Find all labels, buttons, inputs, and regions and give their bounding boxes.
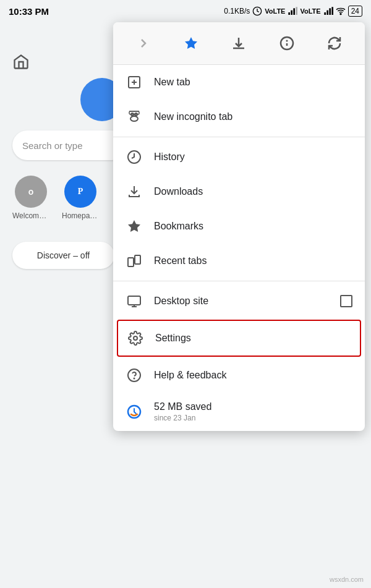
help-icon	[126, 367, 143, 384]
data-saver-icon	[126, 403, 143, 420]
data-saved-label: 52 MB saved	[154, 401, 211, 412]
svg-marker-10	[185, 37, 197, 49]
svg-rect-3	[294, 8, 296, 15]
shortcut-item-2[interactable]: P Homepage ...	[62, 176, 99, 220]
svg-point-20	[130, 116, 138, 121]
search-bar[interactable]: Search or type	[12, 130, 127, 160]
downloads-icon	[126, 183, 143, 200]
network-speed: 0.1KB/s	[224, 7, 250, 15]
new-tab-icon	[126, 74, 143, 91]
svg-rect-28	[128, 296, 140, 305]
svg-rect-26	[128, 258, 134, 266]
svg-rect-27	[135, 255, 140, 264]
info-button[interactable]	[273, 30, 301, 57]
desktop-site-label: Desktop site	[154, 296, 340, 307]
menu-item-desktop-site[interactable]: Desktop site	[113, 284, 365, 318]
desktop-site-checkbox[interactable]	[340, 295, 352, 307]
home-icon	[12, 53, 30, 73]
svg-rect-4	[296, 7, 298, 15]
svg-rect-1	[289, 12, 291, 15]
incognito-icon	[126, 108, 143, 126]
shortcut-label-1: Welcome to...	[12, 211, 49, 220]
new-tab-label: New tab	[154, 77, 352, 88]
svg-point-31	[134, 336, 137, 340]
svg-rect-2	[291, 11, 293, 15]
bookmark-button[interactable]	[177, 30, 205, 57]
menu-item-bookmarks[interactable]: Bookmarks	[113, 209, 365, 244]
data-saved-group: 52 MB saved since 23 Jan	[154, 401, 211, 422]
signal2-icon	[323, 6, 333, 16]
settings-icon	[127, 330, 144, 347]
status-bar: 10:33 PM 0.1KB/s VoLTE VoLTE 24	[0, 0, 371, 22]
recent-tabs-icon	[126, 252, 143, 270]
help-label: Help & feedback	[154, 370, 352, 381]
volte2-icon: VoLTE	[300, 7, 320, 15]
status-icons: 0.1KB/s VoLTE VoLTE 24	[224, 6, 362, 17]
shortcut-item-1[interactable]: o Welcome to...	[12, 176, 49, 220]
watermark: wsxdn.com	[330, 576, 364, 583]
menu-item-history[interactable]: History	[113, 140, 365, 174]
menu-item-help[interactable]: Help & feedback	[113, 358, 365, 393]
menu-item-data-saved[interactable]: 52 MB saved since 23 Jan	[113, 393, 365, 431]
menu-item-downloads[interactable]: Downloads	[113, 174, 365, 209]
divider-2	[113, 281, 365, 281]
status-time: 10:33 PM	[9, 6, 49, 17]
download-toolbar-icon	[231, 36, 246, 51]
menu-item-recent-tabs[interactable]: Recent tabs	[113, 244, 365, 278]
clock-icon	[252, 6, 262, 16]
history-icon	[126, 148, 143, 166]
reload-button[interactable]	[321, 30, 348, 57]
bookmarks-icon	[126, 218, 143, 235]
svg-rect-6	[326, 11, 328, 15]
search-placeholder: Search or type	[22, 140, 83, 151]
shortcut-label-2: Homepage ...	[62, 211, 99, 220]
settings-label: Settings	[155, 333, 351, 344]
menu-item-incognito[interactable]: New incognito tab	[113, 100, 365, 134]
svg-rect-8	[331, 7, 333, 15]
dropdown-menu: New tab New incognito tab History Downlo…	[113, 22, 365, 431]
svg-marker-25	[128, 220, 140, 232]
menu-item-settings[interactable]: Settings	[117, 320, 361, 357]
menu-item-new-tab[interactable]: New tab	[113, 65, 365, 100]
browser-toolbar	[113, 22, 365, 65]
signal-icon	[288, 6, 297, 16]
reload-icon	[327, 36, 342, 51]
battery-indicator: 24	[348, 6, 362, 17]
desktop-site-icon	[126, 292, 143, 310]
info-icon	[279, 36, 294, 51]
volte-icon: VoLTE	[265, 7, 285, 15]
wifi-icon	[336, 6, 346, 16]
shortcut-avatar-1: o	[15, 176, 47, 208]
bookmarks-label: Bookmarks	[154, 221, 352, 232]
downloads-label: Downloads	[154, 186, 352, 197]
discover-label: Discover – off	[37, 250, 90, 260]
discover-button[interactable]: Discover – off	[12, 242, 114, 269]
forward-button[interactable]	[130, 30, 157, 57]
data-saved-sublabel: since 23 Jan	[154, 414, 211, 422]
svg-point-9	[340, 14, 341, 15]
recent-tabs-label: Recent tabs	[154, 255, 352, 266]
svg-rect-5	[324, 12, 326, 15]
shortcut-avatar-2: P	[64, 176, 96, 208]
download-button[interactable]	[225, 30, 252, 57]
bookmark-star-icon	[184, 36, 198, 51]
svg-rect-7	[329, 8, 331, 15]
forward-icon	[136, 36, 151, 51]
svg-rect-22	[129, 111, 139, 114]
history-label: History	[154, 151, 352, 163]
incognito-label: New incognito tab	[154, 111, 352, 122]
divider-1	[113, 137, 365, 137]
